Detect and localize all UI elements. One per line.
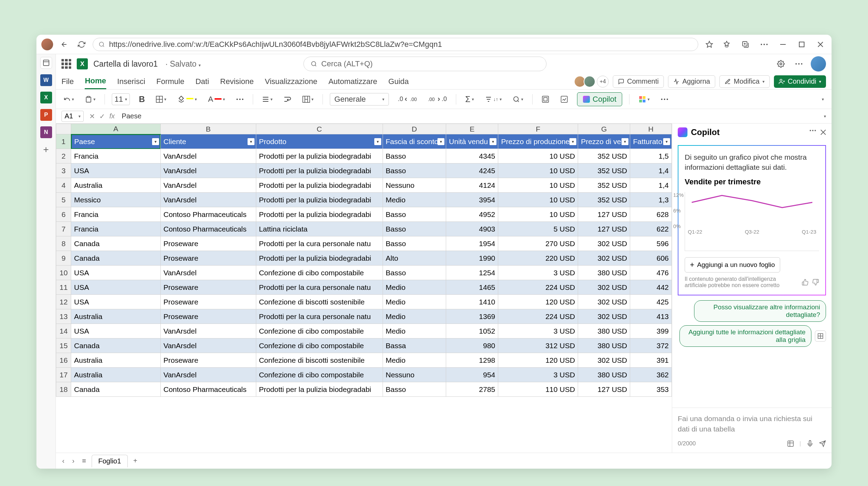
ribbon-collapse-icon[interactable]: ▾: [820, 95, 826, 103]
undo-button[interactable]: ▾: [61, 94, 76, 104]
tab-insert[interactable]: Inserisci: [117, 74, 145, 89]
data-cell[interactable]: 1465: [446, 280, 498, 295]
data-cell[interactable]: 476: [630, 266, 672, 280]
data-cell[interactable]: Basso: [383, 222, 446, 236]
data-cell[interactable]: Medio: [383, 309, 446, 324]
filter-icon[interactable]: ▾: [437, 138, 444, 145]
data-cell[interactable]: Australia: [71, 353, 160, 368]
toolbar-more-icon[interactable]: [659, 97, 670, 102]
row-header[interactable]: 14: [56, 324, 71, 338]
presence-avatars[interactable]: +4: [576, 76, 609, 87]
data-cell[interactable]: Medio: [383, 193, 446, 207]
data-cell[interactable]: 127 USD: [578, 222, 630, 236]
row-header[interactable]: 11: [56, 280, 71, 295]
data-cell[interactable]: Prodotti per la pulizia biodegradabi: [256, 251, 383, 266]
data-cell[interactable]: 110 USD: [498, 382, 578, 397]
suggestion-chip-1[interactable]: Posso visualizzare altre informazioni de…: [694, 300, 826, 322]
fx-icon[interactable]: fx: [109, 112, 115, 120]
data-cell[interactable]: 302 USD: [578, 309, 630, 324]
table-header-cell[interactable]: Prezzo di produzione▾: [498, 134, 578, 149]
column-header[interactable]: F: [498, 124, 578, 134]
data-cell[interactable]: 3 USD: [498, 368, 578, 382]
table-header-cell[interactable]: Fatturato l▾: [630, 134, 672, 149]
row-header[interactable]: 2: [56, 149, 71, 164]
data-cell[interactable]: 622: [630, 222, 672, 236]
tab-data[interactable]: Dati: [195, 74, 209, 89]
data-cell[interactable]: Francia: [71, 149, 160, 164]
data-cell[interactable]: 380 USD: [578, 338, 630, 353]
column-header[interactable]: G: [578, 124, 630, 134]
sort-filter-button[interactable]: ↓↑▾: [483, 94, 504, 104]
data-cell[interactable]: Bassa: [383, 338, 446, 353]
filter-icon[interactable]: ▾: [569, 138, 576, 145]
suggestion-chip-2[interactable]: Aggiungi tutte le informazioni dettaglia…: [679, 325, 811, 347]
data-cell[interactable]: Contoso Pharmaceuticals: [160, 222, 256, 236]
sheet-prev-icon[interactable]: ‹: [60, 455, 67, 466]
more-icon[interactable]: [758, 38, 770, 51]
borders-button[interactable]: ▾: [154, 94, 168, 104]
search-box[interactable]: Cerca (ALT+Q): [303, 57, 546, 71]
data-cell[interactable]: 1410: [446, 295, 498, 309]
data-cell[interactable]: Proseware: [160, 251, 256, 266]
close-icon[interactable]: [814, 38, 827, 51]
data-cell[interactable]: 1369: [446, 309, 498, 324]
data-cell[interactable]: Contoso Pharmaceuticals: [160, 207, 256, 222]
tab-home[interactable]: Home: [85, 74, 106, 89]
data-cell[interactable]: 127 USD: [578, 207, 630, 222]
data-cell[interactable]: 3 USD: [498, 266, 578, 280]
number-format-select[interactable]: Generale▾: [330, 93, 389, 106]
tab-review[interactable]: Revisione: [220, 74, 254, 89]
tab-formulas[interactable]: Formule: [156, 74, 184, 89]
table-header-cell[interactable]: Cliente▾: [160, 134, 256, 149]
data-cell[interactable]: Contoso Pharmaceuticals: [160, 382, 256, 397]
filter-icon[interactable]: ▾: [490, 138, 496, 145]
data-cell[interactable]: Proseware: [160, 309, 256, 324]
document-title[interactable]: Cartella di lavoro1: [93, 59, 158, 69]
data-cell[interactable]: 413: [630, 309, 672, 324]
data-cell[interactable]: 4124: [446, 178, 498, 193]
data-cell[interactable]: Prodotti per la pulizia biodegradabi: [256, 193, 383, 207]
more-options-icon[interactable]: [793, 58, 805, 70]
data-cell[interactable]: 1,5: [630, 149, 672, 164]
settings-icon[interactable]: [775, 58, 787, 70]
data-cell[interactable]: VanArsdel: [160, 338, 256, 353]
table-header-cell[interactable]: Prezzo di ve▾: [578, 134, 630, 149]
data-cell[interactable]: Messico: [71, 193, 160, 207]
data-cell[interactable]: 2785: [446, 382, 498, 397]
collections-icon[interactable]: [739, 38, 752, 51]
add-to-sheet-button[interactable]: +Aggiungi a un nuovo foglio: [685, 257, 780, 273]
data-cell[interactable]: Basso: [383, 382, 446, 397]
back-button[interactable]: [58, 38, 70, 51]
data-cell[interactable]: 353: [630, 382, 672, 397]
wrap-text-button[interactable]: [282, 94, 293, 104]
column-header[interactable]: E: [446, 124, 498, 134]
data-cell[interactable]: VanArsdel: [160, 149, 256, 164]
data-cell[interactable]: Prodotti per la pulizia biodegradabi: [256, 164, 383, 178]
data-cell[interactable]: Basso: [383, 149, 446, 164]
merge-button[interactable]: ▾: [300, 94, 316, 104]
row-header[interactable]: 12: [56, 295, 71, 309]
powerpoint-icon[interactable]: P: [40, 109, 52, 121]
data-cell[interactable]: Prodotti per la cura personale natu: [256, 309, 383, 324]
data-cell[interactable]: 954: [446, 368, 498, 382]
filter-icon[interactable]: ▾: [248, 138, 254, 145]
data-cell[interactable]: 224 USD: [498, 309, 578, 324]
data-cell[interactable]: VanArsdel: [160, 164, 256, 178]
column-header[interactable]: B: [160, 124, 256, 134]
row-header[interactable]: 4: [56, 178, 71, 193]
data-cell[interactable]: Basso: [383, 266, 446, 280]
row-header[interactable]: 1: [56, 134, 71, 149]
data-cell[interactable]: Canada: [71, 251, 160, 266]
filter-icon[interactable]: ▾: [621, 138, 628, 145]
row-header[interactable]: 6: [56, 207, 71, 222]
data-cell[interactable]: 380 USD: [578, 324, 630, 338]
data-cell[interactable]: Alto: [383, 251, 446, 266]
data-cell[interactable]: 270 USD: [498, 236, 578, 251]
column-header[interactable]: D: [383, 124, 446, 134]
data-cell[interactable]: Proseware: [160, 236, 256, 251]
row-header[interactable]: 5: [56, 193, 71, 207]
data-cell[interactable]: 352 USD: [578, 164, 630, 178]
data-cell[interactable]: 606: [630, 251, 672, 266]
formula-input[interactable]: Paese: [119, 112, 824, 120]
column-header[interactable]: A: [71, 124, 160, 134]
